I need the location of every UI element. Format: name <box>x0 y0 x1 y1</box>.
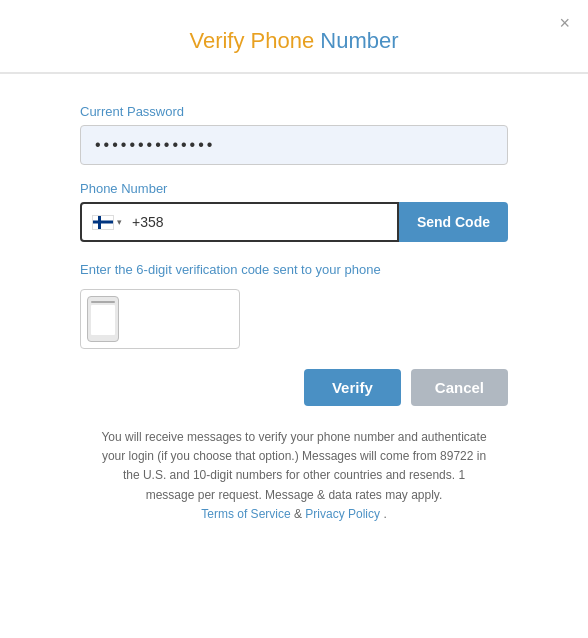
code-input-area <box>80 289 508 349</box>
title-part1: Verify Phone <box>189 28 314 53</box>
current-password-label: Current Password <box>80 104 508 119</box>
terms-of-service-link[interactable]: Terms of Service <box>201 507 290 521</box>
info-text: You will receive messages to verify your… <box>80 428 508 524</box>
verify-button[interactable]: Verify <box>304 369 401 406</box>
modal-title: Verify Phone Number <box>20 28 568 54</box>
verification-label: Enter the 6-digit verification code sent… <box>80 262 508 277</box>
info-main-text: You will receive messages to verify your… <box>101 430 486 502</box>
title-part2: Number <box>320 28 398 53</box>
modal-header: Verify Phone Number × <box>0 0 588 73</box>
verify-phone-modal: Verify Phone Number × Current Password P… <box>0 0 588 638</box>
phone-graphic-icon <box>87 296 119 342</box>
phone-number-label: Phone Number <box>80 181 508 196</box>
phone-input-wrapper: ▾ <box>80 202 399 242</box>
code-input-box[interactable] <box>80 289 240 349</box>
send-code-button[interactable]: Send Code <box>399 202 508 242</box>
period-text: . <box>383 507 386 521</box>
phone-row: ▾ Send Code <box>80 202 508 242</box>
privacy-policy-link[interactable]: Privacy Policy <box>305 507 380 521</box>
phone-number-input[interactable] <box>132 204 387 240</box>
modal-body: Current Password Phone Number ▾ Send Cod… <box>0 74 588 544</box>
action-row: Verify Cancel <box>80 369 508 406</box>
country-flag-selector[interactable]: ▾ <box>92 215 126 230</box>
cancel-button[interactable]: Cancel <box>411 369 508 406</box>
close-button[interactable]: × <box>559 14 570 32</box>
ampersand-text: & <box>294 507 302 521</box>
finland-flag-icon <box>92 215 114 230</box>
dropdown-arrow-icon: ▾ <box>117 217 122 227</box>
current-password-input[interactable] <box>80 125 508 165</box>
